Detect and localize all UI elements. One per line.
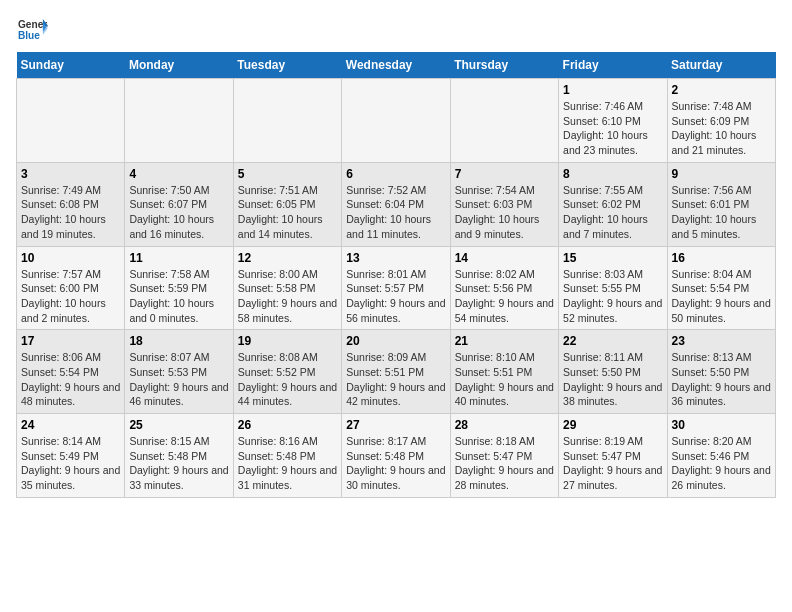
calendar-cell: 18Sunrise: 8:07 AM Sunset: 5:53 PM Dayli… (125, 330, 233, 414)
day-number: 1 (563, 83, 662, 97)
calendar-cell: 22Sunrise: 8:11 AM Sunset: 5:50 PM Dayli… (559, 330, 667, 414)
day-number: 28 (455, 418, 554, 432)
calendar-cell: 20Sunrise: 8:09 AM Sunset: 5:51 PM Dayli… (342, 330, 450, 414)
calendar-cell: 13Sunrise: 8:01 AM Sunset: 5:57 PM Dayli… (342, 246, 450, 330)
day-info: Sunrise: 8:20 AM Sunset: 5:46 PM Dayligh… (672, 434, 771, 493)
day-info: Sunrise: 8:01 AM Sunset: 5:57 PM Dayligh… (346, 267, 445, 326)
day-number: 14 (455, 251, 554, 265)
day-info: Sunrise: 7:46 AM Sunset: 6:10 PM Dayligh… (563, 99, 662, 158)
calendar-cell: 15Sunrise: 8:03 AM Sunset: 5:55 PM Dayli… (559, 246, 667, 330)
weekday-header: Wednesday (342, 52, 450, 79)
logo-icon: General Blue (16, 16, 48, 44)
day-number: 20 (346, 334, 445, 348)
day-number: 13 (346, 251, 445, 265)
calendar-cell: 25Sunrise: 8:15 AM Sunset: 5:48 PM Dayli… (125, 414, 233, 498)
calendar-cell: 17Sunrise: 8:06 AM Sunset: 5:54 PM Dayli… (17, 330, 125, 414)
day-info: Sunrise: 8:04 AM Sunset: 5:54 PM Dayligh… (672, 267, 771, 326)
day-info: Sunrise: 8:16 AM Sunset: 5:48 PM Dayligh… (238, 434, 337, 493)
day-number: 23 (672, 334, 771, 348)
day-info: Sunrise: 7:49 AM Sunset: 6:08 PM Dayligh… (21, 183, 120, 242)
calendar-cell: 27Sunrise: 8:17 AM Sunset: 5:48 PM Dayli… (342, 414, 450, 498)
calendar-cell: 2Sunrise: 7:48 AM Sunset: 6:09 PM Daylig… (667, 79, 775, 163)
day-info: Sunrise: 7:48 AM Sunset: 6:09 PM Dayligh… (672, 99, 771, 158)
day-info: Sunrise: 8:06 AM Sunset: 5:54 PM Dayligh… (21, 350, 120, 409)
calendar-cell (233, 79, 341, 163)
day-info: Sunrise: 8:15 AM Sunset: 5:48 PM Dayligh… (129, 434, 228, 493)
day-number: 6 (346, 167, 445, 181)
calendar-cell: 19Sunrise: 8:08 AM Sunset: 5:52 PM Dayli… (233, 330, 341, 414)
day-info: Sunrise: 8:03 AM Sunset: 5:55 PM Dayligh… (563, 267, 662, 326)
calendar-week-row: 1Sunrise: 7:46 AM Sunset: 6:10 PM Daylig… (17, 79, 776, 163)
weekday-header: Sunday (17, 52, 125, 79)
day-number: 27 (346, 418, 445, 432)
calendar-week-row: 3Sunrise: 7:49 AM Sunset: 6:08 PM Daylig… (17, 162, 776, 246)
weekday-header: Friday (559, 52, 667, 79)
day-number: 26 (238, 418, 337, 432)
weekday-header: Saturday (667, 52, 775, 79)
calendar-cell: 16Sunrise: 8:04 AM Sunset: 5:54 PM Dayli… (667, 246, 775, 330)
logo: General Blue (16, 16, 48, 44)
calendar-cell (17, 79, 125, 163)
calendar-cell: 11Sunrise: 7:58 AM Sunset: 5:59 PM Dayli… (125, 246, 233, 330)
calendar-week-row: 17Sunrise: 8:06 AM Sunset: 5:54 PM Dayli… (17, 330, 776, 414)
day-info: Sunrise: 7:57 AM Sunset: 6:00 PM Dayligh… (21, 267, 120, 326)
day-info: Sunrise: 8:02 AM Sunset: 5:56 PM Dayligh… (455, 267, 554, 326)
calendar-cell: 29Sunrise: 8:19 AM Sunset: 5:47 PM Dayli… (559, 414, 667, 498)
day-number: 8 (563, 167, 662, 181)
day-info: Sunrise: 7:56 AM Sunset: 6:01 PM Dayligh… (672, 183, 771, 242)
day-number: 16 (672, 251, 771, 265)
header: General Blue (16, 16, 776, 44)
weekday-header: Monday (125, 52, 233, 79)
calendar-table: SundayMondayTuesdayWednesdayThursdayFrid… (16, 52, 776, 498)
weekday-header-row: SundayMondayTuesdayWednesdayThursdayFrid… (17, 52, 776, 79)
day-info: Sunrise: 8:17 AM Sunset: 5:48 PM Dayligh… (346, 434, 445, 493)
day-number: 21 (455, 334, 554, 348)
calendar-cell: 9Sunrise: 7:56 AM Sunset: 6:01 PM Daylig… (667, 162, 775, 246)
day-number: 15 (563, 251, 662, 265)
day-info: Sunrise: 8:11 AM Sunset: 5:50 PM Dayligh… (563, 350, 662, 409)
day-number: 30 (672, 418, 771, 432)
day-number: 25 (129, 418, 228, 432)
day-info: Sunrise: 8:19 AM Sunset: 5:47 PM Dayligh… (563, 434, 662, 493)
calendar-cell: 3Sunrise: 7:49 AM Sunset: 6:08 PM Daylig… (17, 162, 125, 246)
calendar-cell: 12Sunrise: 8:00 AM Sunset: 5:58 PM Dayli… (233, 246, 341, 330)
calendar-week-row: 10Sunrise: 7:57 AM Sunset: 6:00 PM Dayli… (17, 246, 776, 330)
weekday-header: Thursday (450, 52, 558, 79)
calendar-cell: 30Sunrise: 8:20 AM Sunset: 5:46 PM Dayli… (667, 414, 775, 498)
calendar-cell: 26Sunrise: 8:16 AM Sunset: 5:48 PM Dayli… (233, 414, 341, 498)
day-info: Sunrise: 8:09 AM Sunset: 5:51 PM Dayligh… (346, 350, 445, 409)
calendar-cell: 4Sunrise: 7:50 AM Sunset: 6:07 PM Daylig… (125, 162, 233, 246)
day-info: Sunrise: 7:50 AM Sunset: 6:07 PM Dayligh… (129, 183, 228, 242)
calendar-cell: 1Sunrise: 7:46 AM Sunset: 6:10 PM Daylig… (559, 79, 667, 163)
day-info: Sunrise: 8:18 AM Sunset: 5:47 PM Dayligh… (455, 434, 554, 493)
day-info: Sunrise: 8:07 AM Sunset: 5:53 PM Dayligh… (129, 350, 228, 409)
calendar-cell: 28Sunrise: 8:18 AM Sunset: 5:47 PM Dayli… (450, 414, 558, 498)
day-info: Sunrise: 8:00 AM Sunset: 5:58 PM Dayligh… (238, 267, 337, 326)
day-info: Sunrise: 8:14 AM Sunset: 5:49 PM Dayligh… (21, 434, 120, 493)
calendar-cell (450, 79, 558, 163)
day-info: Sunrise: 7:58 AM Sunset: 5:59 PM Dayligh… (129, 267, 228, 326)
day-info: Sunrise: 8:08 AM Sunset: 5:52 PM Dayligh… (238, 350, 337, 409)
day-number: 3 (21, 167, 120, 181)
calendar-week-row: 24Sunrise: 8:14 AM Sunset: 5:49 PM Dayli… (17, 414, 776, 498)
day-info: Sunrise: 7:51 AM Sunset: 6:05 PM Dayligh… (238, 183, 337, 242)
calendar-cell: 24Sunrise: 8:14 AM Sunset: 5:49 PM Dayli… (17, 414, 125, 498)
day-number: 19 (238, 334, 337, 348)
day-info: Sunrise: 8:10 AM Sunset: 5:51 PM Dayligh… (455, 350, 554, 409)
calendar-cell: 8Sunrise: 7:55 AM Sunset: 6:02 PM Daylig… (559, 162, 667, 246)
day-number: 5 (238, 167, 337, 181)
day-info: Sunrise: 7:52 AM Sunset: 6:04 PM Dayligh… (346, 183, 445, 242)
calendar-cell: 5Sunrise: 7:51 AM Sunset: 6:05 PM Daylig… (233, 162, 341, 246)
day-number: 2 (672, 83, 771, 97)
calendar-cell: 21Sunrise: 8:10 AM Sunset: 5:51 PM Dayli… (450, 330, 558, 414)
calendar-cell: 23Sunrise: 8:13 AM Sunset: 5:50 PM Dayli… (667, 330, 775, 414)
svg-text:Blue: Blue (18, 30, 40, 41)
calendar-cell: 10Sunrise: 7:57 AM Sunset: 6:00 PM Dayli… (17, 246, 125, 330)
day-number: 12 (238, 251, 337, 265)
calendar-cell: 6Sunrise: 7:52 AM Sunset: 6:04 PM Daylig… (342, 162, 450, 246)
day-number: 17 (21, 334, 120, 348)
day-info: Sunrise: 7:54 AM Sunset: 6:03 PM Dayligh… (455, 183, 554, 242)
day-info: Sunrise: 7:55 AM Sunset: 6:02 PM Dayligh… (563, 183, 662, 242)
day-number: 24 (21, 418, 120, 432)
day-number: 22 (563, 334, 662, 348)
